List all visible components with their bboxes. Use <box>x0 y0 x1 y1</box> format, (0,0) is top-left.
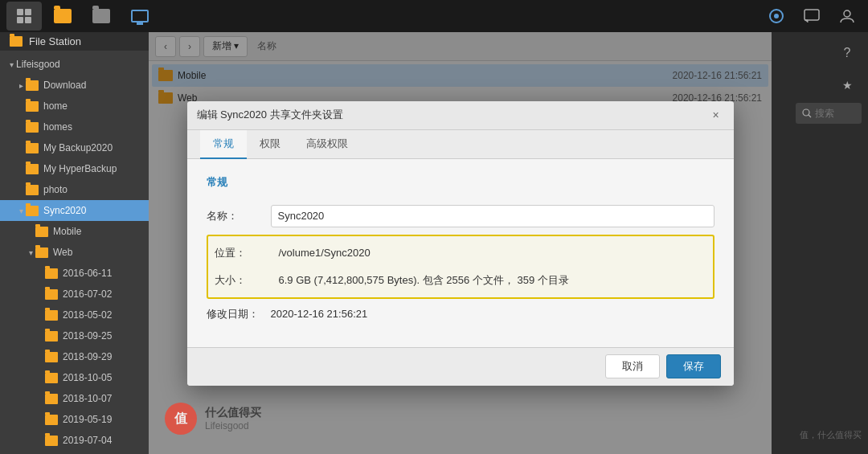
taskbar-app-monitor[interactable] <box>122 2 158 31</box>
taskbar-right <box>762 2 862 31</box>
section-title: 常规 <box>207 175 714 190</box>
field-location-inner: 位置： /volume1/Sync2020 <box>215 239 706 267</box>
sidebar-item-homes[interactable]: homes <box>0 117 149 137</box>
tab-general[interactable]: 常规 <box>200 130 247 159</box>
dialog-close-button[interactable]: × <box>708 107 724 123</box>
sidebar-item-home[interactable]: home <box>0 96 149 117</box>
sidebar-item-2018-10-05[interactable]: 2018-10-05 <box>0 367 149 388</box>
svg-point-3 <box>844 10 850 17</box>
sidebar-item-sync2020[interactable]: ▾ Sync2020 <box>0 200 149 221</box>
sidebar: File Station ▾ Lifeisgood ▸ Download hom… <box>0 32 149 454</box>
svg-point-1 <box>774 14 779 18</box>
sidebar-item-2019-05-19[interactable]: 2019-05-19 <box>0 409 149 430</box>
save-button[interactable]: 保存 <box>666 354 721 378</box>
sidebar-item-label: My HyperBackup <box>43 163 117 174</box>
sidebar-item-2018-09-25[interactable]: 2018-09-25 <box>0 325 149 346</box>
sidebar-header: File Station <box>0 32 149 51</box>
sidebar-item-2019-07-04[interactable]: 2019-07-04 <box>0 430 149 451</box>
taskbar-app-folder-yellow[interactable] <box>45 2 80 31</box>
help-button[interactable]: ? <box>833 39 862 67</box>
folder-icon <box>45 436 58 446</box>
sidebar-item-label: 2016-07-02 <box>63 288 112 300</box>
taskbar-app-grid[interactable] <box>6 2 42 31</box>
tab-permissions[interactable]: 权限 <box>247 130 293 159</box>
sidebar-item-label: 2016-06-11 <box>63 268 112 279</box>
user-icon[interactable] <box>833 2 862 31</box>
sidebar-item-2018-05-02[interactable]: 2018-05-02 <box>0 305 149 325</box>
sidebar-item-label: 2018-10-07 <box>63 393 112 404</box>
user-svg <box>839 8 855 24</box>
dialog-body: 常规 名称： 位置： /volume1/Sync2020 <box>187 159 734 347</box>
sidebar-item-lifeisgood[interactable]: ▾ Lifeisgood <box>0 54 149 75</box>
sidebar-item-label: homes <box>43 121 72 133</box>
sidebar-item-label: Web <box>53 247 72 258</box>
dialog-footer: 取消 保存 <box>187 347 734 386</box>
arrow-down-icon: ▾ <box>16 207 26 215</box>
field-location-value: /volume1/Sync2020 <box>279 247 706 259</box>
folder-icon <box>45 415 58 425</box>
dialog-titlebar: 编辑 Sync2020 共享文件夹设置 × <box>187 101 734 130</box>
field-date-value: 2020-12-16 21:56:21 <box>271 308 714 320</box>
svg-line-5 <box>809 115 811 117</box>
sidebar-item-myhyperbackup[interactable]: My HyperBackup <box>0 158 149 179</box>
folder-icon <box>26 101 39 112</box>
field-size-label: 大小： <box>215 273 279 288</box>
folder-icon <box>35 247 48 258</box>
sidebar-item-mybackup2020[interactable]: My Backup2020 <box>0 137 149 158</box>
field-size-value: 6.9 GB (7,412,800,575 Bytes). 包含 2556 个文… <box>279 273 706 288</box>
folder-icon <box>26 122 39 133</box>
taskbar-apps <box>6 2 158 31</box>
drive-svg <box>768 8 784 24</box>
sidebar-tree: ▾ Lifeisgood ▸ Download home homes <box>0 51 149 454</box>
main-area: File Station ▾ Lifeisgood ▸ Download hom… <box>0 32 868 454</box>
dialog-title: 编辑 Sync2020 共享文件夹设置 <box>197 108 343 122</box>
sidebar-item-label: 2019-07-04 <box>63 435 112 446</box>
star-icon: ★ <box>842 79 853 92</box>
sidebar-item-label: 2018-05-02 <box>63 309 112 321</box>
sidebar-item-web[interactable]: ▾ Web <box>0 242 149 263</box>
dialog: 编辑 Sync2020 共享文件夹设置 × 常规 权限 高级权限 常规 名称： <box>187 101 734 386</box>
folder-icon <box>45 373 58 383</box>
search-icon <box>802 108 812 118</box>
sidebar-item-label: photo <box>43 184 68 195</box>
sidebar-item-2018-09-29[interactable]: 2018-09-29 <box>0 346 149 367</box>
message-icon[interactable] <box>797 2 826 31</box>
sidebar-item-2018-10-07[interactable]: 2018-10-07 <box>0 388 149 409</box>
cancel-button[interactable]: 取消 <box>605 354 660 378</box>
folder-icon <box>26 143 39 153</box>
sidebar-item-label: 2018-10-05 <box>63 372 112 383</box>
folder-icon <box>45 289 58 300</box>
search-input[interactable] <box>815 108 855 119</box>
field-name-label: 名称： <box>207 209 271 223</box>
sidebar-item-2016-06-11[interactable]: 2016-06-11 <box>0 263 149 284</box>
arrow-down-icon: ▾ <box>6 60 16 69</box>
sidebar-title: File Station <box>29 35 81 47</box>
field-name-input[interactable] <box>271 205 714 227</box>
grid-icon <box>17 9 31 23</box>
tab-advanced[interactable]: 高级权限 <box>293 130 361 159</box>
sidebar-item-photo[interactable]: photo <box>0 179 149 200</box>
watermark-logo: 值 <box>165 403 197 435</box>
sidebar-item-2016-07-02[interactable]: 2016-07-02 <box>0 284 149 305</box>
right-panel: ? ★ 值，什么值得买 <box>772 32 868 454</box>
sidebar-item-mobile[interactable]: Mobile <box>0 221 149 242</box>
folder-icon <box>45 352 58 362</box>
folder-icon <box>26 164 39 174</box>
content-area: ‹ › 新增 ▾ 名称 Mobile 2020-12-16 21:56:21 W… <box>149 32 772 454</box>
folder-yellow-icon <box>54 9 72 23</box>
sidebar-item-label: 2018-09-29 <box>63 351 112 362</box>
monitor-icon <box>131 10 149 22</box>
star-button[interactable]: ★ <box>833 71 862 100</box>
sidebar-item-download[interactable]: ▸ Download <box>0 75 149 96</box>
field-location-row: 位置： /volume1/Sync2020 大小： 6.9 GB (7,412,… <box>207 235 714 299</box>
synology-drive-icon[interactable] <box>762 2 791 31</box>
folder-dark-icon <box>92 9 110 23</box>
watermark-text: 什么值得买 Lifeisgood <box>205 406 261 432</box>
taskbar-app-folder-dark[interactable] <box>84 2 119 31</box>
arrow-right-icon: ▸ <box>16 81 26 90</box>
sidebar-item-label: home <box>43 100 68 112</box>
sidebar-item-label: Sync2020 <box>43 205 86 216</box>
dialog-overlay: 编辑 Sync2020 共享文件夹设置 × 常规 权限 高级权限 常规 名称： <box>149 32 772 454</box>
sidebar-folder-icon <box>10 36 23 47</box>
sidebar-item-label: Download <box>43 80 86 91</box>
